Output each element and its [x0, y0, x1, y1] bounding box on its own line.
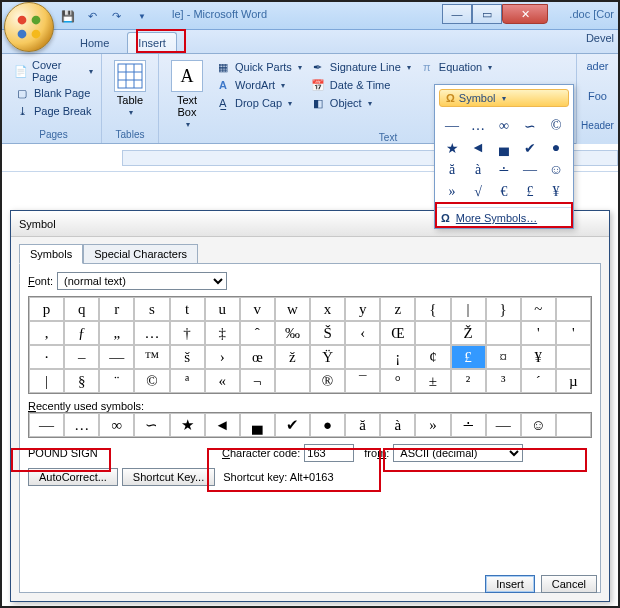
char-cell[interactable]: ¡	[380, 345, 415, 369]
char-cell[interactable]: …	[134, 321, 169, 345]
char-cell[interactable]: °	[380, 369, 415, 393]
tab-developer[interactable]: Devel	[586, 32, 614, 44]
gallery-symbol[interactable]: ▄	[491, 137, 517, 159]
char-cell[interactable]: ²	[451, 369, 486, 393]
char-cell[interactable]: ‰	[275, 321, 310, 345]
char-cell[interactable]: œ	[240, 345, 275, 369]
gallery-symbol[interactable]: ¥	[543, 181, 569, 203]
font-select[interactable]: (normal text)	[57, 272, 227, 290]
char-cell[interactable]: q	[64, 297, 99, 321]
textbox-button[interactable]: A Text Box▾	[165, 58, 209, 131]
char-cell[interactable]: u	[205, 297, 240, 321]
redo-icon[interactable]: ↷	[106, 6, 126, 26]
blank-page-button[interactable]: ▢Blank Page	[12, 84, 95, 102]
charcode-input[interactable]	[304, 444, 354, 462]
gallery-symbol[interactable]: ☺	[543, 159, 569, 181]
char-cell[interactable]: ‹	[345, 321, 380, 345]
char-cell[interactable]: ˆ	[240, 321, 275, 345]
undo-icon[interactable]: ↶	[82, 6, 102, 26]
from-select[interactable]: ASCII (decimal)	[393, 444, 523, 462]
office-button[interactable]	[4, 2, 54, 52]
gallery-symbol[interactable]: ∽	[517, 115, 543, 137]
recent-cell[interactable]: ✔	[275, 413, 310, 437]
char-cell[interactable]	[556, 345, 591, 369]
datetime-button[interactable]: 📅Date & Time	[308, 76, 413, 94]
char-cell[interactable]: ³	[486, 369, 521, 393]
char-cell[interactable]: v	[240, 297, 275, 321]
char-cell[interactable]: Ž	[451, 321, 486, 345]
recent-cell[interactable]: ∸	[451, 413, 486, 437]
char-cell[interactable]: –	[64, 345, 99, 369]
tab-home[interactable]: Home	[70, 33, 119, 53]
char-cell[interactable]: ƒ	[64, 321, 99, 345]
recent-cell[interactable]: ▄	[240, 413, 275, 437]
char-cell[interactable]: Ÿ	[310, 345, 345, 369]
char-cell[interactable]: ™	[134, 345, 169, 369]
char-cell[interactable]: ¬	[240, 369, 275, 393]
recent-cell[interactable]: ∽	[134, 413, 169, 437]
char-cell[interactable]: ,	[29, 321, 64, 345]
char-cell[interactable]: ¥	[521, 345, 556, 369]
char-cell[interactable]: |	[29, 369, 64, 393]
char-cell[interactable]: ´	[521, 369, 556, 393]
char-cell[interactable]: p	[29, 297, 64, 321]
tab-insert[interactable]: Insert	[127, 32, 177, 53]
char-cell[interactable]: ¤	[486, 345, 521, 369]
gallery-symbol[interactable]: »	[439, 181, 465, 203]
equation-button[interactable]: πEquation▾	[417, 58, 494, 76]
gallery-symbol[interactable]: —	[517, 159, 543, 181]
gallery-symbol[interactable]: ∸	[491, 159, 517, 181]
char-cell[interactable]: ª	[170, 369, 205, 393]
shortcutkey-button[interactable]: Shortcut Key...	[122, 468, 215, 486]
char-cell[interactable]: ©	[134, 369, 169, 393]
cancel-button[interactable]: Cancel	[541, 575, 597, 593]
cover-page-button[interactable]: 📄Cover Page▾	[12, 58, 95, 84]
char-cell[interactable]: Š	[310, 321, 345, 345]
dropcap-button[interactable]: A̲Drop Cap▾	[213, 94, 304, 112]
recent-cell[interactable]: …	[64, 413, 99, 437]
char-cell[interactable]: x	[310, 297, 345, 321]
char-cell[interactable]: †	[170, 321, 205, 345]
gallery-symbol[interactable]: ©	[543, 115, 569, 137]
gallery-symbol[interactable]: £	[517, 181, 543, 203]
char-cell[interactable]: {	[415, 297, 450, 321]
char-cell[interactable]: |	[451, 297, 486, 321]
recent-cell[interactable]: ă	[345, 413, 380, 437]
char-cell[interactable]: ›	[205, 345, 240, 369]
minimize-button[interactable]: —	[442, 4, 472, 24]
gallery-symbol[interactable]: ă	[439, 159, 465, 181]
char-cell[interactable]: „	[99, 321, 134, 345]
char-cell[interactable]: «	[205, 369, 240, 393]
char-cell[interactable]: š	[170, 345, 205, 369]
char-cell[interactable]: '	[521, 321, 556, 345]
recent-cell[interactable]: ∞	[99, 413, 134, 437]
recent-grid[interactable]: —…∞∽★◄▄✔●ăà»∸—☺	[28, 412, 592, 438]
char-cell[interactable]: t	[170, 297, 205, 321]
char-cell[interactable]	[415, 321, 450, 345]
table-button[interactable]: Table▾	[108, 58, 152, 119]
char-cell[interactable]: s	[134, 297, 169, 321]
wordart-button[interactable]: AWordArt▾	[213, 76, 304, 94]
symbol-button[interactable]: Ω Symbol ▾	[439, 89, 569, 107]
maximize-button[interactable]: ▭	[472, 4, 502, 24]
gallery-symbol[interactable]: ∞	[491, 115, 517, 137]
autocorrect-button[interactable]: AutoCorrect...	[28, 468, 118, 486]
recent-cell[interactable]: —	[29, 413, 64, 437]
char-cell[interactable]: w	[275, 297, 310, 321]
char-cell[interactable]: ·	[29, 345, 64, 369]
char-cell[interactable]: }	[486, 297, 521, 321]
char-cell[interactable]: y	[345, 297, 380, 321]
gallery-symbol[interactable]: €	[491, 181, 517, 203]
object-button[interactable]: ◧Object▾	[308, 94, 413, 112]
page-break-button[interactable]: ⤓Page Break	[12, 102, 95, 120]
char-cell[interactable]: r	[99, 297, 134, 321]
tab-special-characters[interactable]: Special Characters	[83, 244, 198, 264]
char-cell[interactable]: z	[380, 297, 415, 321]
recent-cell[interactable]: ●	[310, 413, 345, 437]
char-cell[interactable]: ±	[415, 369, 450, 393]
gallery-symbol[interactable]: ●	[543, 137, 569, 159]
gallery-symbol[interactable]: …	[465, 115, 491, 137]
recent-cell[interactable]: à	[380, 413, 415, 437]
more-symbols-item[interactable]: Ω More Symbols…	[435, 207, 573, 228]
char-cell[interactable]: ‡	[205, 321, 240, 345]
